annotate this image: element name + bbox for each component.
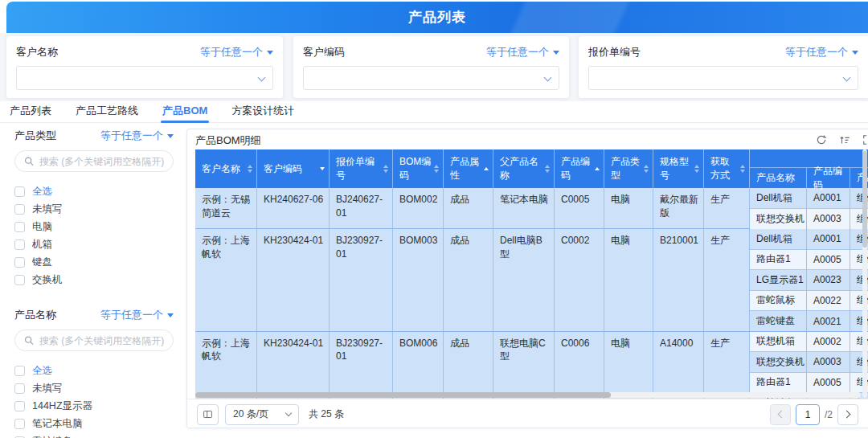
table-row[interactable]: 示例：无锡简道云 KH240627-06 BJ240627-01 BOM002 …: [195, 188, 868, 229]
column-header-bom-code[interactable]: BOM编码: [393, 149, 444, 188]
option-keyboard[interactable]: 键盘: [14, 253, 174, 271]
vertical-scrollbar[interactable]: [862, 149, 867, 398]
page-banner: 产品列表: [6, 2, 868, 33]
scrollbar-thumb[interactable]: [195, 392, 611, 398]
option-not-filled[interactable]: 未填写: [14, 379, 174, 397]
option-not-filled[interactable]: 未填写: [14, 200, 174, 218]
column-header-product-type[interactable]: 产品类型: [604, 149, 653, 188]
sort-icon: [434, 165, 439, 173]
child-row[interactable]: 联想机箱A0002组件: [750, 332, 868, 353]
child-row[interactable]: 雷蛇键盘A0021组件: [750, 311, 868, 332]
search-input[interactable]: [39, 156, 164, 167]
table-row[interactable]: 示例：上海帆软 KH230424-01 BJ230927-01 BOM003 成…: [195, 229, 868, 332]
child-row[interactable]: Dell机箱A0001组件: [750, 188, 868, 209]
refresh-icon[interactable]: [815, 133, 827, 145]
checkbox[interactable]: [14, 383, 25, 394]
operator-dropdown[interactable]: 等于任意一个: [486, 45, 559, 59]
operator-dropdown[interactable]: 等于任意一个: [785, 45, 858, 59]
cell-customer-name: 示例：上海帆软: [195, 229, 257, 331]
page-size-select[interactable]: 20 条/页: [225, 404, 299, 425]
cell-customer-code: KH240627-06: [257, 188, 330, 228]
subcolumn-header-product-name[interactable]: 产品名称: [750, 168, 807, 188]
column-header-quote-number[interactable]: 报价单编号: [330, 149, 393, 188]
cell-product-type: 电脑: [604, 332, 653, 399]
option-case[interactable]: 机箱: [14, 235, 174, 253]
tab-process-route[interactable]: 产品工艺路线: [74, 101, 140, 122]
section-title: 产品类型: [14, 129, 56, 143]
option-144hz-monitor[interactable]: 144HZ显示器: [14, 397, 174, 415]
tab-design-stats[interactable]: 方案设计统计: [230, 101, 296, 122]
column-settings-button[interactable]: [197, 404, 219, 425]
checkbox[interactable]: [14, 239, 25, 250]
sort-asc-icon: [484, 167, 489, 170]
next-page-button[interactable]: [837, 404, 858, 425]
section-title: 产品名称: [14, 308, 56, 322]
checkbox[interactable]: [14, 204, 25, 215]
child-row[interactable]: 联想交换机A0003组件: [750, 209, 868, 230]
column-header-product-attr[interactable]: 产品属性: [444, 149, 493, 188]
dropdown-caret-icon: [267, 51, 273, 55]
cell-spec-model: 戴尔最新版: [653, 188, 704, 228]
tab-product-bom[interactable]: 产品BOM: [161, 101, 209, 122]
checkbox[interactable]: [14, 186, 25, 197]
page-number-input[interactable]: [796, 404, 820, 425]
customize-columns-icon[interactable]: [838, 133, 850, 145]
expand-icon[interactable]: [862, 133, 868, 145]
option-select-all[interactable]: 全选: [14, 182, 174, 200]
option-switch[interactable]: 交换机: [14, 271, 174, 289]
option-razer-keyboard[interactable]: 雷蛇键盘: [14, 432, 174, 438]
cell-parent-product: Dell电脑B型: [493, 229, 555, 331]
scrollbar-thumb[interactable]: [862, 151, 867, 248]
quote-number-select[interactable]: [588, 66, 858, 90]
cell-quote-number: BJ240627-01: [330, 188, 393, 228]
filter-strip: 客户名称 等于任意一个 客户编码 等于任意一个: [0, 33, 868, 101]
prev-page-button[interactable]: [770, 404, 791, 425]
dropdown-caret-icon: [167, 134, 174, 138]
tab-product-list[interactable]: 产品列表: [8, 101, 53, 122]
checkbox[interactable]: [14, 366, 25, 376]
child-row[interactable]: LG显示器1A0023组件: [750, 270, 868, 291]
sidebar-section-product-name: 产品名称 等于任意一个 全选 未填写 144HZ显示器 笔记本电脑 雷蛇键盘 雷…: [14, 308, 174, 438]
option-computer[interactable]: 电脑: [14, 218, 174, 235]
child-rows: Dell机箱A0001组件 路由器1A0005组件 LG显示器1A0023组件 …: [750, 229, 868, 331]
checkbox[interactable]: [14, 275, 25, 285]
checkbox[interactable]: [14, 222, 25, 232]
child-row[interactable]: 联想交换机A0003组件: [750, 352, 868, 373]
cell-bom-code: BOM002: [393, 188, 444, 228]
product-type-search[interactable]: [14, 150, 174, 172]
child-row[interactable]: 路由器1A0005组件: [750, 373, 868, 394]
operator-dropdown[interactable]: 等于任意一个: [100, 129, 174, 143]
pagination-bar: 20 条/页 共 25 条 /2: [187, 399, 868, 428]
child-row[interactable]: 雷蛇鼠标A0022组件: [750, 291, 868, 312]
customer-code-select[interactable]: [303, 66, 559, 90]
search-input[interactable]: [39, 335, 164, 346]
operator-label: 等于任意一个: [486, 45, 549, 59]
option-select-all[interactable]: 全选: [14, 362, 174, 379]
column-header-customer-name[interactable]: 客户名称: [195, 149, 257, 188]
bom-detail-panel: 产品BOM明细 客户名称 客户编码 报价单编号: [186, 129, 868, 428]
operator-label: 等于任意一个: [200, 45, 263, 59]
chevron-right-icon: [843, 411, 851, 419]
operator-dropdown[interactable]: 等于任意一个: [200, 45, 273, 59]
checkbox[interactable]: [14, 257, 25, 268]
column-header-parent-product[interactable]: 父产品名称: [493, 149, 555, 188]
checkbox[interactable]: [14, 419, 25, 429]
cell-acquire-method: 生产: [704, 229, 750, 331]
operator-dropdown[interactable]: 等于任意一个: [100, 308, 174, 322]
product-name-search[interactable]: [14, 330, 174, 351]
table-row[interactable]: 示例：上海帆软 KH230424-01 BJ230927-01 BOM006 成…: [195, 332, 868, 399]
checkbox[interactable]: [14, 401, 25, 411]
subcolumn-header-product-code[interactable]: 产品编码: [807, 168, 850, 188]
column-header-customer-code[interactable]: 客户编码: [257, 149, 330, 188]
column-header-spec-model[interactable]: 规格型号: [653, 149, 704, 188]
horizontal-scrollbar[interactable]: [195, 392, 861, 398]
filter-card-quote-number: 报价单编号 等于任意一个: [579, 36, 868, 98]
column-header-acquire-method[interactable]: 获取方式: [704, 149, 750, 188]
child-row[interactable]: Dell机箱A0001组件: [750, 229, 868, 250]
child-row[interactable]: 路由器1A0005组件: [750, 250, 868, 271]
column-header-product-code[interactable]: 产品编码: [555, 149, 604, 188]
option-laptop[interactable]: 笔记本电脑: [14, 415, 174, 432]
sort-icon: [545, 165, 550, 173]
customer-name-select[interactable]: [16, 66, 273, 90]
child-rows: Dell机箱A0001组件 联想交换机A0003组件: [750, 188, 868, 228]
